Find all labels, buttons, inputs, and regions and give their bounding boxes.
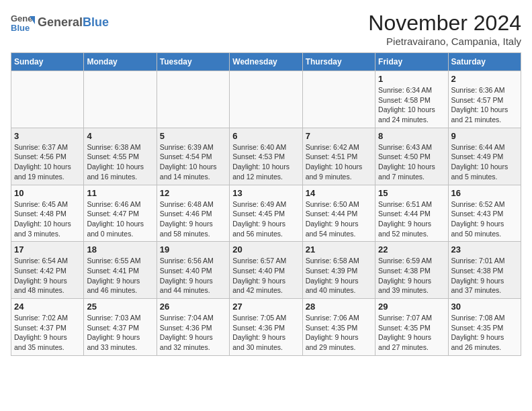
calendar-subtitle: Pietravairano, Campania, Italy — [368, 36, 521, 47]
logo-general-text: General — [38, 15, 83, 29]
day-number: 10 — [14, 188, 81, 198]
day-info: Sunrise: 6:39 AM Sunset: 4:54 PM Dayligh… — [160, 142, 226, 182]
day-info: Sunrise: 6:49 AM Sunset: 4:45 PM Dayligh… — [232, 199, 299, 239]
day-info: Sunrise: 7:02 AM Sunset: 4:37 PM Dayligh… — [14, 313, 81, 353]
day-number: 29 — [378, 302, 445, 312]
day-number: 2 — [451, 74, 518, 84]
day-cell — [157, 71, 229, 128]
day-number: 25 — [87, 302, 153, 312]
day-cell: 13Sunrise: 6:49 AM Sunset: 4:45 PM Dayli… — [230, 185, 302, 242]
day-cell: 11Sunrise: 6:46 AM Sunset: 4:47 PM Dayli… — [84, 185, 157, 242]
day-cell — [84, 71, 157, 128]
day-info: Sunrise: 7:01 AM Sunset: 4:38 PM Dayligh… — [451, 256, 518, 295]
day-info: Sunrise: 6:45 AM Sunset: 4:48 PM Dayligh… — [14, 199, 81, 239]
day-info: Sunrise: 6:52 AM Sunset: 4:43 PM Dayligh… — [451, 199, 518, 239]
day-number: 14 — [306, 188, 372, 198]
day-number: 5 — [160, 131, 226, 141]
day-cell: 23Sunrise: 7:01 AM Sunset: 4:38 PM Dayli… — [448, 242, 521, 299]
col-header-sunday: Sunday — [11, 53, 84, 71]
col-header-wednesday: Wednesday — [230, 53, 302, 71]
svg-text:Blue: Blue — [11, 23, 30, 33]
logo-blue-text: Blue — [83, 15, 109, 29]
col-header-saturday: Saturday — [448, 53, 521, 71]
day-info: Sunrise: 6:56 AM Sunset: 4:40 PM Dayligh… — [160, 256, 226, 295]
header-row: SundayMondayTuesdayWednesdayThursdayFrid… — [11, 53, 521, 71]
day-info: Sunrise: 7:05 AM Sunset: 4:36 PM Dayligh… — [232, 313, 299, 353]
day-number: 30 — [451, 302, 518, 312]
day-cell: 17Sunrise: 6:54 AM Sunset: 4:42 PM Dayli… — [11, 242, 84, 299]
day-cell: 4Sunrise: 6:38 AM Sunset: 4:55 PM Daylig… — [84, 128, 157, 185]
day-cell: 15Sunrise: 6:51 AM Sunset: 4:44 PM Dayli… — [375, 185, 448, 242]
day-info: Sunrise: 6:54 AM Sunset: 4:42 PM Dayligh… — [14, 256, 81, 295]
week-row: 1Sunrise: 6:34 AM Sunset: 4:58 PM Daylig… — [11, 71, 521, 128]
day-cell: 1Sunrise: 6:34 AM Sunset: 4:58 PM Daylig… — [375, 71, 448, 128]
day-cell: 18Sunrise: 6:55 AM Sunset: 4:41 PM Dayli… — [84, 242, 157, 299]
day-number: 12 — [160, 188, 226, 198]
day-cell — [11, 71, 84, 128]
title-section: November 2024 Pietravairano, Campania, I… — [368, 11, 521, 47]
calendar-table: SundayMondayTuesdayWednesdayThursdayFrid… — [11, 52, 521, 356]
day-cell: 21Sunrise: 6:58 AM Sunset: 4:39 PM Dayli… — [302, 242, 375, 299]
day-info: Sunrise: 6:44 AM Sunset: 4:49 PM Dayligh… — [451, 142, 518, 182]
day-number: 15 — [378, 188, 445, 198]
day-cell: 10Sunrise: 6:45 AM Sunset: 4:48 PM Dayli… — [11, 185, 84, 242]
day-cell: 12Sunrise: 6:48 AM Sunset: 4:46 PM Dayli… — [157, 185, 229, 242]
day-cell: 16Sunrise: 6:52 AM Sunset: 4:43 PM Dayli… — [448, 185, 521, 242]
day-cell: 24Sunrise: 7:02 AM Sunset: 4:37 PM Dayli… — [11, 299, 84, 356]
day-info: Sunrise: 6:58 AM Sunset: 4:39 PM Dayligh… — [306, 256, 372, 295]
day-info: Sunrise: 6:55 AM Sunset: 4:41 PM Dayligh… — [87, 256, 153, 295]
day-number: 20 — [232, 244, 299, 255]
day-info: Sunrise: 7:03 AM Sunset: 4:37 PM Dayligh… — [87, 313, 153, 353]
day-number: 9 — [451, 131, 518, 141]
day-number: 19 — [160, 244, 226, 255]
day-info: Sunrise: 6:43 AM Sunset: 4:50 PM Dayligh… — [378, 142, 445, 182]
week-row: 24Sunrise: 7:02 AM Sunset: 4:37 PM Dayli… — [11, 299, 521, 356]
day-cell: 22Sunrise: 6:59 AM Sunset: 4:38 PM Dayli… — [375, 242, 448, 299]
header: General Blue GeneralBlue November 2024 P… — [11, 11, 521, 47]
day-cell: 27Sunrise: 7:05 AM Sunset: 4:36 PM Dayli… — [230, 299, 302, 356]
day-number: 26 — [160, 302, 226, 312]
day-info: Sunrise: 6:40 AM Sunset: 4:53 PM Dayligh… — [232, 142, 299, 182]
day-number: 11 — [87, 188, 153, 198]
day-info: Sunrise: 6:48 AM Sunset: 4:46 PM Dayligh… — [160, 199, 226, 239]
logo: General Blue GeneralBlue — [11, 11, 109, 35]
week-row: 17Sunrise: 6:54 AM Sunset: 4:42 PM Dayli… — [11, 242, 521, 299]
day-info: Sunrise: 6:38 AM Sunset: 4:55 PM Dayligh… — [87, 142, 153, 182]
day-number: 6 — [232, 131, 299, 141]
day-info: Sunrise: 6:36 AM Sunset: 4:57 PM Dayligh… — [451, 85, 518, 125]
day-info: Sunrise: 6:57 AM Sunset: 4:40 PM Dayligh… — [232, 256, 299, 295]
day-info: Sunrise: 7:06 AM Sunset: 4:35 PM Dayligh… — [306, 313, 372, 353]
day-info: Sunrise: 7:07 AM Sunset: 4:35 PM Dayligh… — [378, 313, 445, 353]
day-number: 3 — [14, 131, 81, 141]
day-cell: 25Sunrise: 7:03 AM Sunset: 4:37 PM Dayli… — [84, 299, 157, 356]
col-header-tuesday: Tuesday — [157, 53, 229, 71]
day-number: 4 — [87, 131, 153, 141]
day-number: 24 — [14, 302, 81, 312]
day-cell: 6Sunrise: 6:40 AM Sunset: 4:53 PM Daylig… — [230, 128, 302, 185]
day-info: Sunrise: 7:08 AM Sunset: 4:35 PM Dayligh… — [451, 313, 518, 353]
col-header-friday: Friday — [375, 53, 448, 71]
day-number: 27 — [232, 302, 299, 312]
day-number: 17 — [14, 244, 81, 255]
day-number: 1 — [378, 74, 445, 84]
day-info: Sunrise: 6:34 AM Sunset: 4:58 PM Dayligh… — [378, 85, 445, 125]
week-row: 10Sunrise: 6:45 AM Sunset: 4:48 PM Dayli… — [11, 185, 521, 242]
day-number: 18 — [87, 244, 153, 255]
day-number: 28 — [306, 302, 372, 312]
day-cell: 29Sunrise: 7:07 AM Sunset: 4:35 PM Dayli… — [375, 299, 448, 356]
day-cell: 14Sunrise: 6:50 AM Sunset: 4:44 PM Dayli… — [302, 185, 375, 242]
day-number: 23 — [451, 244, 518, 255]
day-cell: 30Sunrise: 7:08 AM Sunset: 4:35 PM Dayli… — [448, 299, 521, 356]
day-number: 22 — [378, 244, 445, 255]
day-info: Sunrise: 6:50 AM Sunset: 4:44 PM Dayligh… — [306, 199, 372, 239]
day-info: Sunrise: 6:46 AM Sunset: 4:47 PM Dayligh… — [87, 199, 153, 239]
day-number: 7 — [306, 131, 372, 141]
day-number: 13 — [232, 188, 299, 198]
day-info: Sunrise: 6:37 AM Sunset: 4:56 PM Dayligh… — [14, 142, 81, 182]
day-cell: 2Sunrise: 6:36 AM Sunset: 4:57 PM Daylig… — [448, 71, 521, 128]
day-cell: 19Sunrise: 6:56 AM Sunset: 4:40 PM Dayli… — [157, 242, 229, 299]
day-cell — [302, 71, 375, 128]
day-cell: 20Sunrise: 6:57 AM Sunset: 4:40 PM Dayli… — [230, 242, 302, 299]
day-info: Sunrise: 7:04 AM Sunset: 4:36 PM Dayligh… — [160, 313, 226, 353]
day-cell: 8Sunrise: 6:43 AM Sunset: 4:50 PM Daylig… — [375, 128, 448, 185]
